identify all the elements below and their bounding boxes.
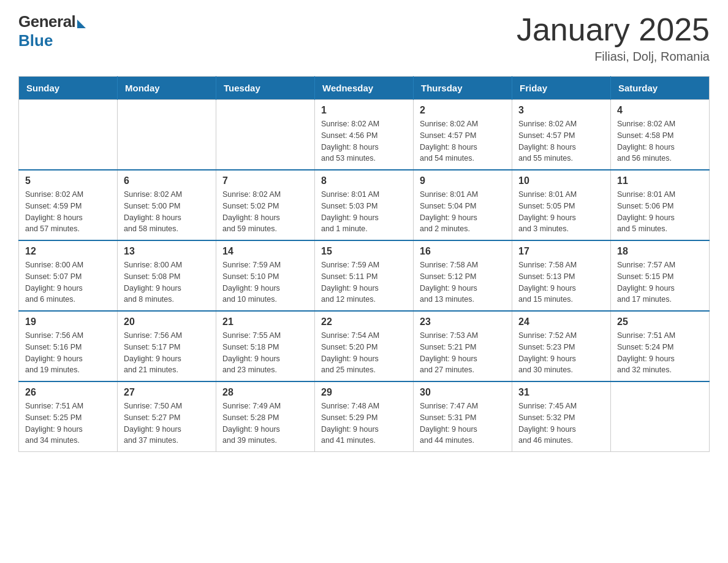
calendar-cell: 2Sunrise: 8:02 AM Sunset: 4:57 PM Daylig… [414, 100, 512, 170]
day-info: Sunrise: 8:01 AM Sunset: 5:04 PM Dayligh… [420, 189, 506, 235]
day-number: 13 [124, 246, 210, 257]
calendar-subtitle: Filiasi, Dolj, Romania [517, 50, 710, 64]
day-info: Sunrise: 8:02 AM Sunset: 5:00 PM Dayligh… [124, 189, 210, 235]
week-row-4: 19Sunrise: 7:56 AM Sunset: 5:16 PM Dayli… [19, 311, 710, 381]
day-number: 9 [420, 175, 506, 186]
day-number: 29 [321, 387, 407, 398]
calendar-cell: 1Sunrise: 8:02 AM Sunset: 4:56 PM Daylig… [315, 100, 414, 170]
day-info: Sunrise: 8:02 AM Sunset: 4:56 PM Dayligh… [321, 118, 407, 164]
day-info: Sunrise: 8:01 AM Sunset: 5:06 PM Dayligh… [617, 189, 703, 235]
day-info: Sunrise: 7:53 AM Sunset: 5:21 PM Dayligh… [420, 330, 506, 376]
calendar-cell: 24Sunrise: 7:52 AM Sunset: 5:23 PM Dayli… [512, 311, 611, 381]
day-info: Sunrise: 7:56 AM Sunset: 5:17 PM Dayligh… [124, 330, 210, 376]
day-header-tuesday: Tuesday [216, 77, 315, 100]
calendar-cell: 9Sunrise: 8:01 AM Sunset: 5:04 PM Daylig… [414, 170, 512, 240]
day-info: Sunrise: 8:01 AM Sunset: 5:03 PM Dayligh… [321, 189, 407, 235]
calendar-cell: 30Sunrise: 7:47 AM Sunset: 5:31 PM Dayli… [414, 381, 512, 452]
calendar-cell [611, 381, 710, 452]
day-number: 8 [321, 175, 407, 186]
week-row-5: 26Sunrise: 7:51 AM Sunset: 5:25 PM Dayli… [19, 381, 710, 452]
calendar-cell [19, 100, 118, 170]
day-info: Sunrise: 7:56 AM Sunset: 5:16 PM Dayligh… [25, 330, 111, 376]
calendar-table: SundayMondayTuesdayWednesdayThursdayFrid… [18, 76, 710, 452]
day-number: 2 [420, 105, 506, 116]
calendar-body: 1Sunrise: 8:02 AM Sunset: 4:56 PM Daylig… [19, 100, 710, 452]
calendar-title: January 2025 [517, 12, 710, 47]
day-number: 31 [518, 387, 604, 398]
day-info: Sunrise: 7:51 AM Sunset: 5:24 PM Dayligh… [617, 330, 703, 376]
calendar-cell: 11Sunrise: 8:01 AM Sunset: 5:06 PM Dayli… [611, 170, 710, 240]
week-row-2: 5Sunrise: 8:02 AM Sunset: 4:59 PM Daylig… [19, 170, 710, 240]
calendar-cell: 20Sunrise: 7:56 AM Sunset: 5:17 PM Dayli… [118, 311, 216, 381]
calendar-cell: 21Sunrise: 7:55 AM Sunset: 5:18 PM Dayli… [216, 311, 315, 381]
day-number: 21 [222, 316, 308, 327]
calendar-cell: 5Sunrise: 8:02 AM Sunset: 4:59 PM Daylig… [19, 170, 118, 240]
calendar-cell: 16Sunrise: 7:58 AM Sunset: 5:12 PM Dayli… [414, 240, 512, 311]
day-number: 14 [222, 246, 308, 257]
day-info: Sunrise: 7:47 AM Sunset: 5:31 PM Dayligh… [420, 400, 506, 446]
day-info: Sunrise: 7:50 AM Sunset: 5:27 PM Dayligh… [124, 400, 210, 446]
day-info: Sunrise: 8:02 AM Sunset: 4:57 PM Dayligh… [420, 118, 506, 164]
day-info: Sunrise: 7:54 AM Sunset: 5:20 PM Dayligh… [321, 330, 407, 376]
calendar-cell: 28Sunrise: 7:49 AM Sunset: 5:28 PM Dayli… [216, 381, 315, 452]
calendar-header: SundayMondayTuesdayWednesdayThursdayFrid… [19, 77, 710, 100]
day-info: Sunrise: 8:00 AM Sunset: 5:08 PM Dayligh… [124, 259, 210, 305]
logo-general-text: General [18, 12, 75, 31]
calendar-cell [118, 100, 216, 170]
day-number: 28 [222, 387, 308, 398]
logo-arrow-icon [77, 20, 86, 28]
calendar-cell: 31Sunrise: 7:45 AM Sunset: 5:32 PM Dayli… [512, 381, 611, 452]
day-info: Sunrise: 7:55 AM Sunset: 5:18 PM Dayligh… [222, 330, 308, 376]
calendar-cell: 18Sunrise: 7:57 AM Sunset: 5:15 PM Dayli… [611, 240, 710, 311]
day-info: Sunrise: 8:02 AM Sunset: 5:02 PM Dayligh… [222, 189, 308, 235]
day-number: 26 [25, 387, 111, 398]
day-info: Sunrise: 8:02 AM Sunset: 4:57 PM Dayligh… [518, 118, 604, 164]
day-header-sunday: Sunday [19, 77, 118, 100]
day-number: 12 [25, 246, 111, 257]
day-info: Sunrise: 7:59 AM Sunset: 5:11 PM Dayligh… [321, 259, 407, 305]
day-number: 6 [124, 175, 210, 186]
day-number: 10 [518, 175, 604, 186]
calendar-cell: 29Sunrise: 7:48 AM Sunset: 5:29 PM Dayli… [315, 381, 414, 452]
day-number: 23 [420, 316, 506, 327]
day-number: 17 [518, 246, 604, 257]
calendar-cell: 10Sunrise: 8:01 AM Sunset: 5:05 PM Dayli… [512, 170, 611, 240]
day-number: 16 [420, 246, 506, 257]
calendar-cell [216, 100, 315, 170]
calendar-cell: 12Sunrise: 8:00 AM Sunset: 5:07 PM Dayli… [19, 240, 118, 311]
calendar-cell: 15Sunrise: 7:59 AM Sunset: 5:11 PM Dayli… [315, 240, 414, 311]
day-number: 27 [124, 387, 210, 398]
day-number: 5 [25, 175, 111, 186]
day-number: 11 [617, 175, 703, 186]
week-row-1: 1Sunrise: 8:02 AM Sunset: 4:56 PM Daylig… [19, 100, 710, 170]
day-info: Sunrise: 7:48 AM Sunset: 5:29 PM Dayligh… [321, 400, 407, 446]
day-info: Sunrise: 7:49 AM Sunset: 5:28 PM Dayligh… [222, 400, 308, 446]
day-info: Sunrise: 8:00 AM Sunset: 5:07 PM Dayligh… [25, 259, 111, 305]
calendar-cell: 14Sunrise: 7:59 AM Sunset: 5:10 PM Dayli… [216, 240, 315, 311]
calendar-cell: 4Sunrise: 8:02 AM Sunset: 4:58 PM Daylig… [611, 100, 710, 170]
day-header-friday: Friday [512, 77, 611, 100]
day-number: 15 [321, 246, 407, 257]
calendar-cell: 19Sunrise: 7:56 AM Sunset: 5:16 PM Dayli… [19, 311, 118, 381]
page-header: General Blue January 2025 Filiasi, Dolj,… [18, 12, 710, 64]
day-info: Sunrise: 8:02 AM Sunset: 4:59 PM Dayligh… [25, 189, 111, 235]
week-row-3: 12Sunrise: 8:00 AM Sunset: 5:07 PM Dayli… [19, 240, 710, 311]
day-number: 24 [518, 316, 604, 327]
header-row: SundayMondayTuesdayWednesdayThursdayFrid… [19, 77, 710, 100]
day-header-wednesday: Wednesday [315, 77, 414, 100]
day-info: Sunrise: 7:52 AM Sunset: 5:23 PM Dayligh… [518, 330, 604, 376]
logo-blue-text: Blue [18, 31, 53, 50]
calendar-cell: 7Sunrise: 8:02 AM Sunset: 5:02 PM Daylig… [216, 170, 315, 240]
day-info: Sunrise: 7:45 AM Sunset: 5:32 PM Dayligh… [518, 400, 604, 446]
day-info: Sunrise: 7:58 AM Sunset: 5:12 PM Dayligh… [420, 259, 506, 305]
day-info: Sunrise: 8:02 AM Sunset: 4:58 PM Dayligh… [617, 118, 703, 164]
day-info: Sunrise: 7:57 AM Sunset: 5:15 PM Dayligh… [617, 259, 703, 305]
day-header-monday: Monday [118, 77, 216, 100]
day-number: 1 [321, 105, 407, 116]
day-info: Sunrise: 7:59 AM Sunset: 5:10 PM Dayligh… [222, 259, 308, 305]
calendar-cell: 13Sunrise: 8:00 AM Sunset: 5:08 PM Dayli… [118, 240, 216, 311]
calendar-cell: 26Sunrise: 7:51 AM Sunset: 5:25 PM Dayli… [19, 381, 118, 452]
day-number: 19 [25, 316, 111, 327]
day-number: 20 [124, 316, 210, 327]
day-number: 30 [420, 387, 506, 398]
